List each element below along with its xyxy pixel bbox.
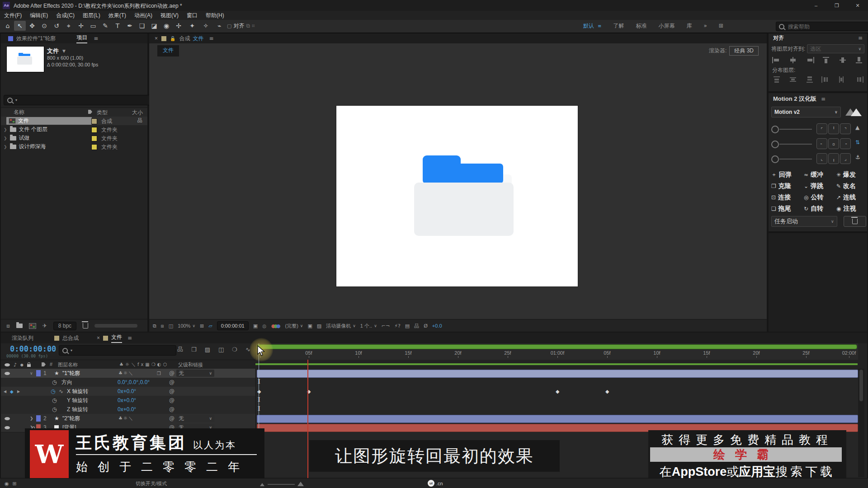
always-preview-icon[interactable]: ⧉	[153, 323, 156, 329]
mountains-icon[interactable]	[845, 108, 862, 116]
align-right-icon[interactable]	[805, 57, 814, 63]
workspace-standard[interactable]: 标准	[636, 22, 646, 30]
comp-tab-link[interactable]: 文件	[193, 35, 204, 42]
menu-file[interactable]: 文件(F)	[0, 12, 26, 19]
rotate-tool-icon[interactable]: ↺	[51, 21, 62, 31]
eraser-tool-icon[interactable]: ◪	[148, 21, 160, 31]
keyframe[interactable]: ◆	[605, 389, 609, 394]
comp-panel-menu-icon[interactable]: ≡	[209, 35, 214, 42]
flowchart-icon[interactable]: 品	[137, 117, 142, 124]
dist-left-icon[interactable]	[821, 76, 830, 83]
rename-button[interactable]: ✎改名	[836, 182, 866, 190]
viewer-timecode[interactable]: 0:00:00:01	[217, 321, 249, 330]
motion-blur-icon[interactable]: ❍	[232, 346, 237, 353]
task-launch-dropdown[interactable]: 任务启动∨	[771, 216, 837, 227]
viewer-subtab[interactable]: 文件	[157, 45, 179, 56]
view-layout-icon[interactable]: ◫	[169, 323, 173, 329]
audio-column-icon[interactable]: ♪	[14, 362, 17, 368]
comp-tab-label[interactable]: 合成	[179, 35, 190, 42]
dist-right-icon[interactable]	[854, 76, 863, 83]
motion-preset-dropdown[interactable]: Motion v2∨	[771, 107, 841, 117]
connect-button[interactable]: ⊡连接	[771, 193, 804, 202]
menu-composition[interactable]: 合成(C)	[52, 12, 79, 19]
layer-name[interactable]: "2"轮廓	[62, 415, 80, 422]
menu-layer[interactable]: 图层(L)	[79, 12, 104, 19]
show-snapshot-icon[interactable]: ◍	[262, 323, 267, 329]
expand-icon[interactable]: ❯	[4, 145, 7, 149]
pen-tool-icon[interactable]: ✎	[99, 21, 111, 31]
toggle-switches-button[interactable]: 切换开关/模式	[136, 480, 167, 487]
anchor-bottom-right-button[interactable]: ⌟	[840, 153, 851, 164]
label-column-icon[interactable]	[88, 110, 92, 114]
layer-switches[interactable]: ♣☼＼	[118, 370, 134, 376]
project-search-box[interactable]: ▾	[4, 95, 151, 105]
stopwatch-icon[interactable]: ◷	[52, 397, 57, 404]
layer-color-chip[interactable]	[36, 415, 41, 422]
look-at-button[interactable]: ◉注视	[836, 205, 866, 213]
work-area-bar[interactable]	[257, 344, 857, 349]
close-tab-icon[interactable]: ×	[155, 35, 158, 42]
layer-color-chip[interactable]	[36, 370, 41, 376]
bpc-button[interactable]: 8 bpc	[53, 322, 76, 330]
stopwatch-icon[interactable]: ◷	[52, 379, 57, 385]
new-folder-icon[interactable]	[16, 324, 23, 328]
mini-flowchart-icon[interactable]: 品	[177, 345, 183, 353]
align-top-icon[interactable]	[821, 57, 830, 63]
timeline-menu-icon[interactable]: ≡	[127, 335, 132, 341]
menu-edit[interactable]: 编辑(E)	[26, 12, 52, 19]
new-comp-icon[interactable]	[29, 323, 36, 329]
target-region-icon[interactable]: ▣	[307, 323, 312, 329]
label-swatch[interactable]	[91, 118, 97, 124]
keyframe[interactable]: ◆	[257, 389, 261, 394]
align-to-dropdown[interactable]: 选区∨	[807, 44, 864, 53]
eye-icon[interactable]	[5, 417, 10, 420]
project-panel-menu-icon[interactable]: ≡	[94, 35, 98, 42]
tab-effect-controls[interactable]: 效果控件"1"轮廓	[16, 35, 56, 42]
local-axis-icon[interactable]: ✧	[200, 21, 212, 31]
view-axis-icon[interactable]: ⌁	[213, 21, 225, 31]
workspace-small-screen[interactable]: 小屏幕	[658, 22, 675, 30]
motion-panel-menu-icon[interactable]: ≡	[821, 96, 826, 102]
column-size[interactable]: 大小	[132, 109, 143, 117]
layer-name-column[interactable]: 图层名称	[58, 361, 78, 368]
collapse-icon[interactable]: ∨	[30, 371, 33, 375]
trail-button[interactable]: ❏拖尾	[771, 205, 804, 213]
timeline-button-icon[interactable]: ▤	[405, 323, 410, 329]
reset-exposure-icon[interactable]: Ø	[424, 323, 428, 329]
zoom-in-mountain-icon[interactable]	[297, 482, 304, 486]
layer-row-1[interactable]: ∨ 1 ★ "1"轮廓 ♣☼＼ ❒ @ 无∨	[1, 369, 255, 378]
mini-panel-icon[interactable]: ⊞	[13, 481, 17, 487]
prev-keyframe-icon[interactable]: ◀	[4, 389, 6, 394]
snap-checkbox-icon[interactable]: ▢	[227, 23, 231, 29]
close-button[interactable]: ✕	[847, 0, 868, 11]
slider-track-1[interactable]	[779, 129, 812, 130]
anchor-left-button[interactable]: ╴	[816, 138, 827, 149]
layer-row-2[interactable]: ❯ 2 ★ "2"轮廓 ♣☼＼ @ 无∨	[1, 414, 255, 423]
label-swatch[interactable]	[91, 136, 97, 141]
property-row-orientation[interactable]: ◷ 方向 0.0°,0.0°,0.0° @	[1, 378, 255, 387]
next-keyframe-icon[interactable]: ▶	[17, 389, 20, 394]
magnification-dropdown[interactable]: 100%∨	[178, 323, 195, 328]
clone-button[interactable]: ❐克隆	[771, 182, 804, 190]
project-row-folder1[interactable]: ❯ 文件 个图层 文件夹	[1, 125, 147, 134]
workspace-learn[interactable]: 了解	[613, 22, 624, 30]
brush-tool-icon[interactable]: ✒	[124, 21, 136, 31]
puppet-pin-tool-icon[interactable]: ✢	[173, 21, 184, 31]
workspace-menu-icon[interactable]: ≡	[598, 23, 601, 28]
grid-guides-icon[interactable]: ⊞	[200, 323, 204, 329]
workspace-settings-icon[interactable]: ⊞	[719, 23, 723, 29]
parent-pickwhip-icon[interactable]: @	[169, 415, 175, 422]
lock-icon[interactable]: 🔓	[170, 36, 175, 41]
restore-button[interactable]: ❐	[826, 0, 847, 11]
menu-effect[interactable]: 效果(T)	[104, 12, 130, 19]
anchor-top-button[interactable]: ╵	[828, 123, 839, 134]
column-name[interactable]: 名称	[14, 108, 24, 116]
frame-blend-icon[interactable]: ◫	[218, 346, 224, 353]
type-tool-icon[interactable]: T	[112, 21, 123, 31]
dist-top-icon[interactable]	[772, 76, 781, 83]
parent-pickwhip-icon[interactable]: @	[169, 370, 175, 376]
spin-button[interactable]: ↻自转	[804, 205, 836, 213]
tab-render-queue[interactable]: 渲染队列	[12, 334, 33, 342]
align-panel-menu-icon[interactable]: ≡	[858, 35, 863, 41]
menu-window[interactable]: 窗口	[183, 12, 202, 19]
